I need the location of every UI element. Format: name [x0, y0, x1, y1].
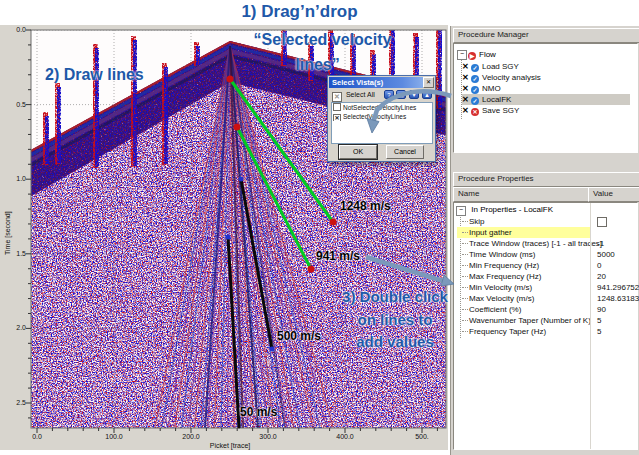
x-tick-label: 500.	[407, 433, 437, 441]
flow-root[interactable]: ▶Flow	[468, 49, 496, 60]
flow-item-save-sgy[interactable]: ✕✕Save SGY	[462, 105, 630, 116]
y-tick-label: 2.5	[6, 399, 26, 407]
annotation-step1-line1: 1) Drag’n’drop	[222, 2, 377, 22]
annotation-step1-line2: “Selected velocity	[245, 31, 400, 49]
velocity-label-50: 50 m/s	[240, 405, 277, 419]
select-all-checkbox[interactable]: ✕ Select All	[332, 90, 375, 102]
property-name: Frequency Taper (Hz)	[469, 326, 546, 337]
property-row-skip[interactable]: Skip	[457, 216, 638, 227]
item-checkbox[interactable]: ✕	[333, 114, 341, 121]
flow-item-label: Velocity analysis	[482, 73, 541, 82]
help-icon[interactable]: ?	[384, 90, 394, 99]
property-row-input-gather[interactable]: Input gather	[457, 227, 638, 238]
annotation-step3-line1: 3) Double click	[335, 288, 455, 305]
flow-status-icon: ▶	[468, 52, 476, 60]
property-value[interactable]: 0	[597, 260, 601, 271]
property-row-frequency-taper-hz-[interactable]: Frequency Taper (Hz)5	[457, 326, 638, 337]
x-tick-label: 400.0	[330, 433, 360, 441]
flow-item-label: Save SGY	[482, 106, 519, 115]
exclude-icon[interactable]: ✕	[462, 83, 471, 94]
group-expander[interactable]: −	[456, 206, 466, 216]
property-value[interactable]: 5000	[597, 249, 615, 260]
property-name: Min Frequency (Hz)	[469, 260, 539, 271]
property-name: Time Window (ms)	[469, 249, 535, 260]
annotation-step3-line3: add values	[335, 333, 455, 350]
ok-button[interactable]: OK	[339, 145, 377, 159]
property-row-coefficient-[interactable]: Coefficient (%)90	[457, 304, 638, 315]
velocity-label-941: 941 m/s	[316, 249, 360, 263]
property-row-max-frequency-hz-[interactable]: Max Frequency (Hz)20	[457, 271, 638, 282]
properties-col-name[interactable]: Name	[453, 187, 592, 202]
property-value[interactable]: 20	[597, 271, 606, 282]
property-row-max-velocity-m-s-[interactable]: Max Velocity (m/s)1248.631836	[457, 293, 638, 304]
property-value[interactable]: -1	[597, 238, 604, 249]
property-name: Max Frequency (Hz)	[469, 271, 541, 282]
flow-item-nmo[interactable]: ✕✓NMO	[462, 83, 630, 94]
exclude-icon[interactable]: ✕	[462, 94, 471, 105]
status-icon: ✓	[471, 75, 479, 83]
y-tick-label: 0.5	[6, 101, 26, 109]
flow-item-label: LocalFK	[482, 95, 511, 104]
move-up-icon[interactable]: ▲	[422, 90, 432, 99]
x-axis-title: Picket [trace]	[200, 442, 260, 449]
x-tick-label: 100.0	[99, 433, 129, 441]
properties-group-row[interactable]: − In Properties - LocalFK	[455, 204, 553, 215]
close-icon[interactable]: ✕	[423, 77, 434, 88]
property-row-min-velocity-m-s-[interactable]: Min Velocity (m/s)941.2967529	[457, 282, 638, 293]
status-icon: ✕	[471, 108, 479, 116]
procedure-manager-title: Procedure Manager	[453, 28, 639, 43]
property-value[interactable]: 941.2967529	[597, 282, 639, 293]
property-name: Max Velocity (m/s)	[469, 293, 534, 304]
flow-tree: − ▶Flow ✕✓Load SGY✕✓Velocity analysis✕✓N…	[453, 43, 638, 153]
procedure-properties-title: Procedure Properties	[453, 172, 639, 187]
skip-checkbox[interactable]	[597, 217, 607, 227]
property-value[interactable]: 1248.631836	[597, 293, 639, 304]
flow-item-localfk[interactable]: ✕✓LocalFK	[462, 94, 630, 105]
property-name: Min Velocity (m/s)	[469, 282, 532, 293]
x-tick-label: 0.0	[22, 433, 52, 441]
annotation-step2: 2) Draw lines	[45, 66, 144, 84]
right-dock: Procedure Manager − ▶Flow ✕✓Load SGY✕✓Ve…	[450, 26, 639, 455]
exclude-icon[interactable]: ✕	[462, 61, 471, 72]
exclude-icon[interactable]: ✕	[462, 72, 471, 83]
exclude-icon[interactable]: ✕	[462, 105, 471, 116]
x-tick-label: 200.0	[176, 433, 206, 441]
flow-expander[interactable]: −	[457, 50, 467, 60]
copy-icon[interactable]: ▤	[396, 90, 406, 99]
y-axis-title: Time [second]	[4, 211, 11, 255]
property-row-time-window-ms-[interactable]: Time Window (ms)5000	[457, 249, 638, 260]
flow-item-label: NMO	[482, 84, 501, 93]
status-icon: ✓	[471, 86, 479, 94]
app-window: 0.0100.0200.0300.0400.0500. 0.00.51.01.5…	[0, 0, 639, 455]
property-name: Input gather	[469, 227, 512, 238]
flow-item-label: Load SGY	[482, 62, 519, 71]
property-name: Coefficient (%)	[469, 304, 521, 315]
x-tick-label: 300.0	[253, 433, 283, 441]
property-row-min-frequency-hz-[interactable]: Min Frequency (Hz)0	[457, 260, 638, 271]
value-column-divider	[590, 203, 591, 449]
property-row-trace-window-traces-1-all-traces-[interactable]: Trace Window (traces) [-1 - all traces]-…	[457, 238, 638, 249]
property-value[interactable]: 5	[597, 315, 601, 326]
property-name: Wavenumber Taper (Number of K)	[469, 315, 591, 326]
velocity-label-1248: 1248 m/s	[340, 199, 391, 213]
y-tick-label: 1.0	[6, 175, 26, 183]
annotation-step3-line2: on lines to	[335, 311, 455, 328]
properties-grid: − In Properties - LocalFK SkipInput gath…	[453, 202, 638, 450]
list-item[interactable]: ✕SelectedVelocityLines	[332, 112, 432, 121]
list-item[interactable]: NotSelectedVelocityLines	[332, 103, 432, 112]
vista-list: NotSelectedVelocityLines ✕SelectedVeloci…	[331, 102, 433, 144]
property-name: Trace Window (traces) [-1 - all traces]	[469, 238, 602, 249]
cancel-button[interactable]: Cancel	[386, 145, 424, 159]
flow-item-velocity-analysis[interactable]: ✕✓Velocity analysis	[462, 72, 630, 83]
velocity-label-500: 500 m/s	[277, 329, 321, 343]
y-tick-label: 2.0	[6, 324, 26, 332]
annotation-step1-line3: lines”	[245, 56, 390, 74]
property-row-wavenumber-taper-number-of-k-[interactable]: Wavenumber Taper (Number of K)5	[457, 315, 638, 326]
status-icon: ✓	[471, 64, 479, 72]
item-checkbox[interactable]	[333, 103, 341, 111]
flow-item-load-sgy[interactable]: ✕✓Load SGY	[462, 61, 630, 72]
property-value[interactable]: 5	[597, 326, 601, 337]
move-down-icon[interactable]: ▼	[409, 90, 419, 99]
properties-col-value[interactable]: Value	[588, 187, 639, 202]
property-value[interactable]: 90	[597, 304, 606, 315]
